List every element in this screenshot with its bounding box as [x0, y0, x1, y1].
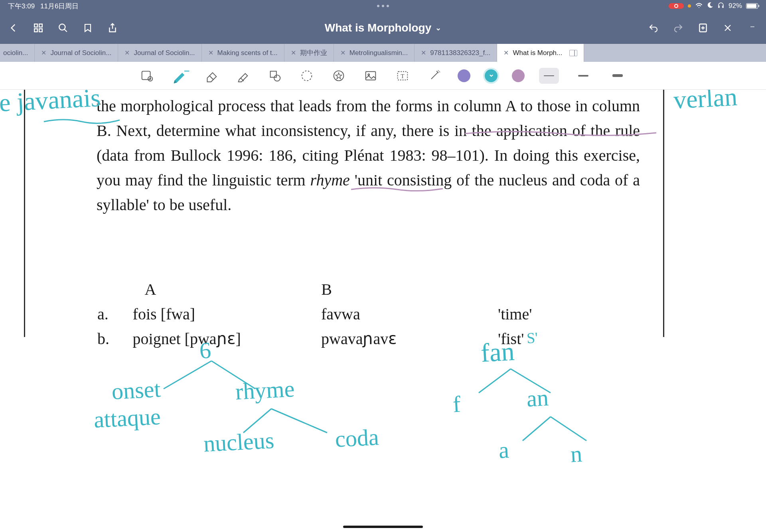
- table-row: a. fois [fwa] favwa 'time': [97, 302, 596, 327]
- stroke-thin[interactable]: [539, 68, 559, 84]
- bluetooth-icon: ⚊: [184, 65, 190, 73]
- search-button[interactable]: [57, 22, 69, 33]
- close-button[interactable]: [722, 22, 733, 33]
- tab-9781138[interactable]: ✕ 9781138326323_f...: [415, 44, 497, 62]
- tree-branch: [471, 369, 567, 398]
- handwriting: verlan: [673, 90, 738, 115]
- screen-recording-indicator[interactable]: [669, 3, 684, 9]
- text-tool[interactable]: T: [394, 67, 411, 85]
- app-title-bar: What is Morphology ⌄: [0, 12, 766, 44]
- handwriting: attaque: [93, 403, 161, 433]
- undo-button[interactable]: [648, 22, 659, 33]
- image-tool[interactable]: [362, 67, 379, 85]
- doc-paragraph: the morphological process that leads fro…: [97, 94, 640, 217]
- color-teal[interactable]: [485, 69, 498, 82]
- magic-tool[interactable]: [426, 67, 443, 85]
- home-indicator[interactable]: [343, 526, 423, 528]
- ios-status-bar: 下午3:09 11月6日周日 92%: [0, 0, 766, 12]
- tab-metrolingualism[interactable]: ✕ Metrolingualismin...: [334, 44, 415, 62]
- tab-what-is-morph[interactable]: ✕ What is Morph...: [497, 44, 584, 62]
- svg-rect-0: [34, 24, 38, 27]
- mic-in-use-icon: [688, 4, 691, 8]
- annotation-underline: [351, 185, 443, 195]
- shape-tool[interactable]: [266, 67, 284, 85]
- svg-rect-3: [39, 29, 42, 32]
- page-margin: [24, 90, 25, 337]
- note-canvas[interactable]: the morphological process that leads fro…: [0, 90, 766, 532]
- zoom-tool[interactable]: [138, 67, 156, 85]
- svg-point-6: [751, 26, 752, 27]
- tab-midterm[interactable]: ✕ 期中作业: [284, 44, 334, 62]
- record-icon: [674, 4, 678, 8]
- split-view-icon[interactable]: [569, 50, 577, 56]
- tab-label: Metrolingualismin...: [349, 49, 408, 57]
- close-icon[interactable]: ✕: [340, 49, 345, 57]
- handwriting: le javanais: [0, 90, 101, 118]
- tab-label: What is Morph...: [513, 49, 562, 57]
- status-time: 下午3:09: [8, 2, 35, 11]
- stroke-medium[interactable]: [573, 68, 593, 84]
- battery-icon: [746, 3, 758, 9]
- more-button[interactable]: [747, 22, 758, 33]
- tab-label: Making scents of t...: [217, 49, 278, 57]
- headphones-icon: [717, 2, 725, 10]
- svg-point-7: [752, 26, 753, 27]
- document-title-dropdown[interactable]: What is Morphology ⌄: [325, 22, 442, 34]
- redo-button[interactable]: [673, 22, 684, 33]
- tab-making-scents[interactable]: ✕ Making scents of t...: [202, 44, 284, 62]
- svg-text:T: T: [401, 72, 405, 79]
- close-icon[interactable]: ✕: [421, 49, 426, 57]
- svg-point-16: [368, 74, 369, 75]
- stroke-thick[interactable]: [608, 68, 628, 84]
- handwriting-underline: [44, 118, 120, 127]
- document-title: What is Morphology: [325, 22, 432, 34]
- eraser-tool[interactable]: [202, 67, 220, 85]
- svg-rect-9: [142, 71, 150, 79]
- status-date: 11月6日周日: [40, 2, 79, 11]
- tab-label: ociolin...: [3, 49, 28, 57]
- highlighter-tool[interactable]: [234, 67, 252, 85]
- favorites-tool[interactable]: [330, 67, 347, 85]
- col-a-head: A: [133, 277, 322, 302]
- document-tab-bar: ociolin... ✕ Journal of Sociolin... ✕ Jo…: [0, 44, 766, 62]
- tab-journal-1[interactable]: ✕ Journal of Sociolin...: [35, 44, 118, 62]
- close-icon[interactable]: ✕: [291, 49, 296, 57]
- tab-ociolin[interactable]: ociolin...: [0, 44, 35, 62]
- svg-point-12: [274, 75, 280, 81]
- tree-branch: [235, 409, 339, 438]
- tab-label: 9781138326323_f...: [430, 49, 490, 57]
- svg-point-8: [754, 26, 754, 27]
- color-mauve[interactable]: [512, 69, 525, 82]
- tree-branch: [152, 361, 271, 394]
- lasso-tool[interactable]: [298, 67, 316, 85]
- wifi-icon: [695, 2, 703, 10]
- color-purple[interactable]: [458, 69, 470, 82]
- close-icon[interactable]: ✕: [41, 49, 46, 57]
- svg-point-19: [438, 71, 439, 71]
- chevron-down-icon: ⌄: [435, 24, 441, 32]
- tab-label: Journal of Sociolin...: [50, 49, 111, 57]
- close-icon[interactable]: ✕: [124, 49, 130, 57]
- add-page-button[interactable]: [697, 22, 709, 33]
- page-margin: [663, 90, 664, 337]
- tab-journal-2[interactable]: ✕ Journal of Sociolin...: [118, 44, 201, 62]
- tab-label: Journal of Sociolin...: [134, 49, 195, 57]
- handwriting: a: [498, 436, 509, 463]
- share-button[interactable]: [107, 22, 118, 33]
- handwriting: coda: [334, 424, 379, 453]
- annotation-underline: [465, 130, 656, 139]
- svg-rect-15: [366, 71, 376, 80]
- svg-rect-11: [270, 71, 276, 77]
- svg-point-13: [302, 71, 312, 81]
- close-icon[interactable]: ✕: [503, 49, 509, 57]
- pen-tool[interactable]: ⚊: [170, 67, 188, 85]
- moon-icon: [707, 2, 713, 10]
- close-icon[interactable]: ✕: [208, 49, 213, 57]
- drawing-toolbar: ⚊ T: [0, 62, 766, 90]
- back-button[interactable]: [8, 22, 19, 33]
- grid-view-button[interactable]: [33, 22, 44, 33]
- multitask-dots[interactable]: [377, 5, 389, 7]
- svg-rect-2: [34, 29, 38, 32]
- table-row: b. poignet [pwaɲɛ] pwavaɲavɛ 'fist': [97, 327, 596, 351]
- bookmark-button[interactable]: [82, 22, 93, 33]
